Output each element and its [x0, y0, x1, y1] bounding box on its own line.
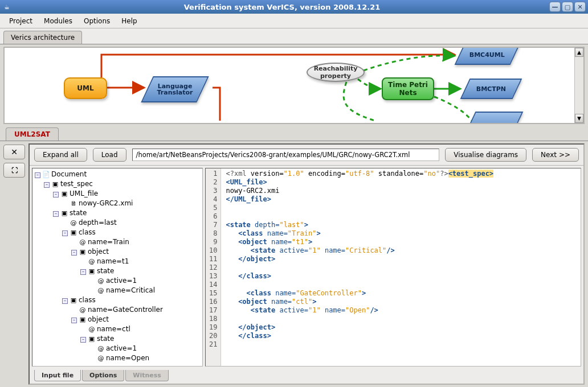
tree-name-gc[interactable]: name=GateController: [88, 306, 163, 314]
split-pane: –📄Document –▣test_spec –▣UML_file 🗎nowy-…: [30, 165, 583, 369]
node-icon: ▣: [70, 228, 77, 237]
tree-handle[interactable]: –: [44, 182, 50, 188]
right-content: Expand all Load /home/art/NetBeansProjec…: [28, 143, 585, 385]
architecture-tab-row: Verics architecture: [0, 28, 588, 44]
tree-document[interactable]: Document: [51, 170, 87, 178]
tree-object-t1[interactable]: object: [88, 248, 109, 256]
tree-test-spec[interactable]: test_spec: [60, 180, 93, 188]
arch-node-reachability[interactable]: Reachability property: [307, 63, 365, 82]
tab-uml2sat[interactable]: UML2SAT: [6, 127, 59, 141]
architecture-canvas[interactable]: UML Language Translator Reachability pro…: [5, 48, 583, 123]
attr-icon: @: [97, 286, 105, 295]
arch-uml-label: UML: [77, 84, 93, 92]
node-icon: ▣: [79, 248, 87, 257]
tab-input-file[interactable]: Input file: [34, 370, 81, 381]
arch-node-bmctpn[interactable]: BMCTPN: [460, 79, 522, 99]
toolbar: Expand all Load /home/art/NetBeansProjec…: [30, 145, 583, 165]
architecture-pane: UML Language Translator Reachability pro…: [3, 47, 585, 124]
menu-project[interactable]: Project: [5, 15, 37, 27]
left-tool-column: ✕ ⛶: [0, 141, 28, 387]
close-panel-button[interactable]: ✕: [3, 145, 25, 159]
node-icon: ▣: [79, 315, 87, 324]
attr-icon: @: [97, 277, 105, 286]
arch-tpn-label: Time Petri Nets: [383, 81, 433, 97]
arch-node-uml[interactable]: UML: [64, 77, 107, 99]
line-number-gutter: 123456789101112131415161718192021: [206, 168, 221, 366]
tree-state-open[interactable]: state: [97, 335, 114, 343]
node-icon: ▣: [51, 180, 59, 189]
tree-class-gc[interactable]: class: [79, 296, 96, 304]
tree-name-train[interactable]: name=Train: [88, 238, 129, 246]
attr-icon: @: [97, 344, 105, 353]
node-icon: ▣: [70, 296, 77, 305]
tree-uml-file-child[interactable]: nowy-GRC2.xmi: [79, 199, 133, 207]
menu-help[interactable]: Help: [117, 15, 141, 27]
close-button[interactable]: ✕: [574, 2, 586, 12]
tree-active-1[interactable]: active=1: [106, 277, 137, 285]
tab-options[interactable]: Options: [82, 370, 124, 381]
maximize-button[interactable]: ▢: [562, 2, 573, 12]
attr-icon: @: [97, 354, 105, 363]
tree-depth-last[interactable]: depth=last: [79, 219, 117, 227]
tree-state-critical[interactable]: state: [97, 267, 114, 275]
expand-all-button[interactable]: Expand all: [34, 148, 87, 162]
visualise-button[interactable]: Visualise diagrams: [445, 148, 526, 162]
arch-node-bmc-extra[interactable]: [466, 112, 524, 123]
main-area: ✕ ⛶ Expand all Load /home/art/NetBeansPr…: [0, 141, 588, 387]
arch-lt-label: Language Translator: [148, 83, 202, 96]
node-icon: ▣: [60, 190, 68, 199]
tree-handle[interactable]: –: [35, 172, 40, 178]
lower-tab-row: UML2SAT: [0, 126, 588, 141]
tree-uml-file[interactable]: UML_file: [70, 190, 98, 197]
code-area[interactable]: <?xml version="1.0" encoding="utf-8" sta…: [221, 168, 581, 366]
tree-handle[interactable]: –: [71, 250, 77, 256]
window-title: Verification system VerICS, version 2008…: [15, 3, 549, 11]
tree-handle[interactable]: –: [53, 211, 59, 217]
attr-icon: @: [79, 238, 87, 247]
minimize-button[interactable]: —: [549, 2, 561, 12]
load-button[interactable]: Load: [93, 148, 126, 162]
menu-modules[interactable]: Modules: [39, 15, 77, 27]
arch-node-tpn[interactable]: Time Petri Nets: [382, 77, 434, 100]
tree-pane[interactable]: –📄Document –▣test_spec –▣UML_file 🗎nowy-…: [32, 168, 203, 367]
tree-state[interactable]: state: [70, 209, 87, 217]
attr-icon: @: [88, 325, 96, 334]
tree-name-t1[interactable]: name=t1: [97, 257, 129, 265]
attr-icon: @: [70, 219, 77, 228]
node-icon: ▣: [88, 267, 96, 276]
file-icon: 🗎: [70, 199, 77, 208]
arch-bmc4uml-label: BMC4UML: [469, 52, 505, 58]
editor-pane[interactable]: 123456789101112131415161718192021 <?xml …: [205, 168, 581, 367]
node-icon: ▣: [60, 209, 68, 218]
bottom-tabs: Input file Options Witness: [30, 369, 583, 384]
document-icon: 📄: [42, 170, 50, 179]
tree-handle[interactable]: –: [53, 192, 59, 197]
window-buttons: — ▢ ✕: [549, 2, 586, 12]
tree-name-ctl[interactable]: name=ctl: [97, 325, 130, 333]
next-button[interactable]: Next >>: [532, 148, 579, 162]
tree-active-1b[interactable]: active=1: [106, 344, 137, 352]
scroll-down-icon[interactable]: ▼: [575, 114, 583, 123]
architecture-tab[interactable]: Verics architecture: [3, 31, 82, 44]
tab-witness: Witness: [125, 370, 169, 381]
arch-bmctpn-label: BMCTPN: [476, 86, 506, 92]
tree-handle[interactable]: –: [80, 337, 86, 343]
fullscreen-button[interactable]: ⛶: [3, 163, 25, 178]
scroll-up-icon[interactable]: ▲: [575, 48, 583, 57]
tree-name-open[interactable]: name=Open: [106, 354, 149, 362]
file-path-field[interactable]: /home/art/NetBeansProjects/Verics2008-gr…: [132, 149, 440, 161]
tree-object-ctl[interactable]: object: [88, 315, 109, 323]
arch-node-bmc4uml[interactable]: BMC4UML: [455, 48, 520, 65]
java-icon: ☕: [2, 2, 11, 11]
architecture-scrollbar[interactable]: ▲ ▼: [574, 48, 583, 123]
tree-handle[interactable]: –: [80, 269, 86, 275]
arch-reach-label: Reachability property: [308, 65, 364, 80]
tree-handle[interactable]: –: [62, 298, 68, 304]
menu-options[interactable]: Options: [79, 15, 115, 27]
attr-icon: @: [79, 306, 87, 315]
tree-handle[interactable]: –: [71, 318, 77, 323]
tree-handle[interactable]: –: [62, 230, 68, 236]
tree-class-train[interactable]: class: [79, 228, 96, 236]
tree-name-critical[interactable]: name=Critical: [106, 286, 155, 294]
node-icon: ▣: [88, 335, 96, 344]
